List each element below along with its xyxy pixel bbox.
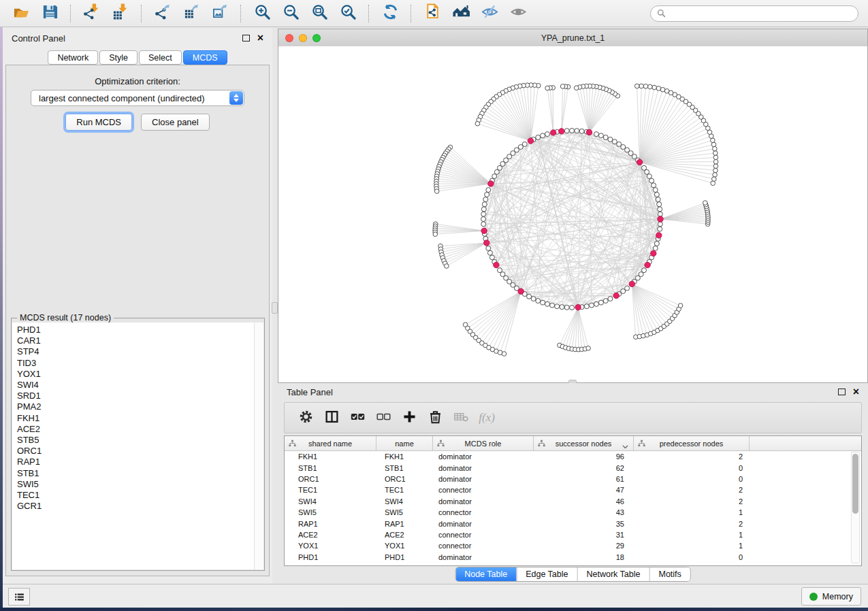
column-header-label: predecessor nodes [660, 440, 724, 448]
zoom-in-button[interactable] [248, 3, 276, 24]
mcds-result-node[interactable]: SWI4 [12, 380, 255, 391]
network-from-clipboard-button[interactable] [418, 3, 447, 24]
mcds-result-node[interactable]: TEC1 [12, 490, 255, 501]
table-row[interactable]: YOX1YOX1connector291 [285, 540, 861, 551]
refresh-icon [382, 3, 399, 23]
table-row[interactable]: STB1STB1dominator620 [285, 462, 861, 473]
task-history-button[interactable] [8, 588, 30, 606]
mcds-result-node[interactable]: GCR1 [12, 501, 255, 512]
export-image-button[interactable] [206, 3, 234, 24]
cell-predecessor-nodes: 2 [634, 520, 750, 528]
search-input[interactable] [670, 8, 852, 19]
mcds-result-node[interactable]: SRD1 [12, 391, 255, 401]
network-view-window: YPA_prune.txt_1 [278, 29, 868, 383]
mcds-result-node[interactable]: ORC1 [12, 446, 255, 457]
table-row[interactable]: FKH1FKH1dominator962 [285, 451, 861, 462]
column-header-shared-name[interactable]: shared name [285, 436, 376, 450]
table-panel-title: Table Panel [287, 387, 333, 397]
zoom-out-button[interactable] [276, 3, 305, 24]
mcds-result-scrollbar[interactable] [254, 323, 263, 569]
mac-minimize-button[interactable] [299, 34, 307, 42]
export-network-icon [155, 3, 172, 23]
close-panel-button[interactable]: Close panel [141, 114, 210, 131]
cell-name: PHD1 [376, 553, 433, 561]
tab-network-table[interactable]: Network Table [577, 567, 649, 581]
network-canvas[interactable] [278, 46, 867, 382]
tab-motifs[interactable]: Motifs [649, 567, 690, 581]
add-column-button[interactable] [396, 404, 422, 431]
home-button[interactable] [447, 3, 475, 24]
vertical-splitter-handle[interactable] [272, 302, 278, 314]
select-all-columns-button[interactable] [344, 404, 370, 431]
unselect-all-columns-button[interactable] [370, 404, 396, 431]
desktop-wallpaper-bottom-edge [0, 608, 868, 611]
close-panel-icon[interactable]: × [257, 34, 263, 42]
column-header-name[interactable]: name [376, 436, 433, 450]
mcds-result-node[interactable]: STB5 [12, 435, 255, 446]
mcds-result-node[interactable]: STB1 [12, 468, 255, 479]
column-layout-button[interactable] [319, 404, 344, 431]
table-scrollbar-thumb[interactable] [852, 454, 858, 514]
table-row[interactable]: SWI4SWI4dominator462 [285, 496, 861, 507]
open-file-button[interactable] [7, 3, 35, 24]
table-row[interactable]: SWI5SWI5connector431 [285, 507, 861, 518]
column-header-mcds-role[interactable]: MCDS role [433, 436, 534, 450]
mcds-result-node[interactable]: CAR1 [12, 335, 255, 346]
mcds-result-node[interactable]: FKH1 [12, 413, 255, 424]
float-table-panel-icon[interactable] [838, 389, 846, 395]
cell-predecessor-nodes: 1 [634, 508, 750, 516]
tab-style[interactable]: Style [99, 50, 138, 65]
table-row[interactable]: ORC1ORC1dominator610 [285, 474, 861, 484]
column-header-label: shared name [308, 440, 352, 448]
tab-network[interactable]: Network [48, 50, 98, 65]
save-button[interactable] [35, 3, 64, 24]
mcds-result-node[interactable]: TID3 [12, 358, 255, 369]
optimization-criterion-dropdown[interactable]: largest connected component (undirected) [31, 90, 244, 106]
zoom-selected-button[interactable] [334, 3, 362, 24]
cell-successor-nodes: 46 [534, 497, 634, 506]
mcds-result-node[interactable]: ACE2 [12, 424, 255, 435]
settings-gear-button[interactable] [293, 404, 319, 431]
mac-zoom-button[interactable] [312, 34, 321, 42]
mcds-result-node[interactable]: PHD1 [12, 325, 255, 335]
export-network-button[interactable] [148, 3, 177, 24]
mcds-result-node[interactable]: YOX1 [12, 369, 255, 380]
zoom-selected-icon [340, 3, 357, 23]
control-panel-titlebar: Control Panel × [3, 30, 272, 46]
mac-close-button[interactable] [285, 34, 293, 42]
tab-edge-table[interactable]: Edge Table [516, 567, 577, 581]
unselect-all-columns-icon [376, 410, 391, 427]
mcds-result-node[interactable]: RAP1 [12, 457, 255, 467]
delete-column-button[interactable] [422, 404, 448, 431]
refresh-button[interactable] [376, 3, 404, 24]
table-row[interactable]: ACE2ACE2connector311 [285, 529, 861, 540]
table-row[interactable]: TEC1TEC1connector472 [285, 484, 861, 495]
birdseye-view-icon [510, 3, 527, 23]
cell-name: YOX1 [376, 542, 433, 550]
mcds-result-node[interactable]: SWI5 [12, 479, 255, 490]
hide-graphics-details-button[interactable] [475, 3, 504, 24]
memory-button[interactable]: Memory [801, 587, 861, 606]
close-table-panel-icon[interactable]: × [853, 388, 859, 396]
table-scrollbar[interactable] [851, 452, 860, 563]
cell-successor-nodes: 61 [534, 475, 634, 483]
mcds-result-node[interactable]: STP4 [12, 346, 255, 357]
table-row[interactable]: PHD1PHD1dominator180 [285, 552, 861, 563]
column-header-predecessor-nodes[interactable]: predecessor nodes [634, 436, 750, 450]
cell-mcds-role: connector [433, 486, 534, 494]
float-panel-icon[interactable] [242, 35, 250, 42]
run-mcds-button[interactable]: Run MCDS [65, 114, 132, 131]
birdseye-view-button[interactable] [504, 3, 532, 24]
import-table-button[interactable] [106, 3, 135, 24]
mcds-result-node[interactable]: PMA2 [12, 401, 255, 412]
tab-node-table[interactable]: Node Table [455, 567, 516, 581]
search-box[interactable] [650, 5, 858, 22]
zoom-fit-button[interactable] [305, 3, 334, 24]
column-header-successor-nodes[interactable]: successor nodes [534, 436, 634, 450]
tab-mcds[interactable]: MCDS [183, 50, 227, 65]
table-panel-tabs: Node TableEdge TableNetwork TableMotifs [455, 567, 691, 582]
table-row[interactable]: RAP1RAP1dominator352 [285, 518, 861, 529]
export-table-button[interactable] [177, 3, 206, 24]
tab-select[interactable]: Select [139, 50, 182, 65]
import-network-button[interactable] [78, 3, 106, 24]
